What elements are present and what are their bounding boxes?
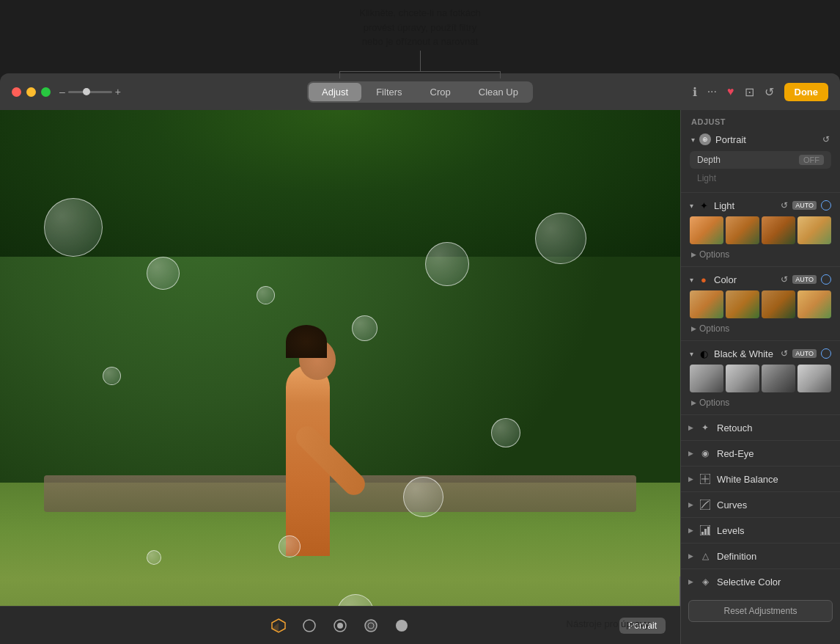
portrait-button[interactable]: Portrait xyxy=(619,618,666,634)
color-thumbs xyxy=(690,290,831,318)
svg-point-4 xyxy=(337,623,343,629)
retouch-section[interactable]: ▶ ✦ Retouch xyxy=(681,414,840,440)
color-options[interactable]: ▶ Options xyxy=(688,321,833,336)
redeye-section[interactable]: ▶ ◉ Red-Eye xyxy=(681,440,840,466)
reset-button[interactable]: Reset Adjustments xyxy=(688,600,833,622)
redeye-label: Red-Eye xyxy=(717,448,754,459)
svg-rect-12 xyxy=(704,529,707,535)
main-window: – + Adjust Filters Crop Clean Up ℹ ··· ♥… xyxy=(0,73,840,644)
bw-thumb-1[interactable] xyxy=(690,365,723,392)
bubble-8 xyxy=(279,535,301,557)
svg-rect-13 xyxy=(707,527,710,535)
light-thumb-4[interactable] xyxy=(797,216,831,244)
circle-icon-3[interactable] xyxy=(362,617,380,634)
color-circle-btn[interactable] xyxy=(821,274,831,285)
light-thumb-3[interactable] xyxy=(762,216,795,244)
curves-icon xyxy=(699,499,711,511)
bw-circle-btn[interactable] xyxy=(821,348,831,359)
levels-chevron: ▶ xyxy=(688,527,693,534)
bw-header[interactable]: ▾ ◐ Black & White ↺ AUTO xyxy=(688,345,833,362)
retouch-chevron: ▶ xyxy=(688,424,693,431)
selectivecolor-section[interactable]: ▶ ◈ Selective Color xyxy=(681,568,840,594)
color-chevron: ▾ xyxy=(690,276,693,284)
bubble-5 xyxy=(103,367,121,385)
color-thumb-4[interactable] xyxy=(797,290,831,318)
color-thumb-2[interactable] xyxy=(726,290,759,318)
bubble-4 xyxy=(425,242,469,286)
bubble-2 xyxy=(147,257,180,290)
levels-section[interactable]: ▶ Levels xyxy=(681,517,840,543)
color-auto-badge[interactable]: AUTO xyxy=(792,275,817,284)
bubble-7 xyxy=(403,477,443,517)
right-panel: ADJUST ▾ ⊕ Portrait ↺ Depth OFF Light ▾ xyxy=(680,110,840,644)
portrait-header[interactable]: ▾ ⊕ Portrait ↺ xyxy=(688,131,833,148)
definition-label: Definition xyxy=(717,551,756,562)
light-header[interactable]: ▾ ✦ Light ↺ AUTO xyxy=(688,197,833,213)
whitebalance-section[interactable]: ▶ White Balance xyxy=(681,466,840,491)
bw-thumb-2[interactable] xyxy=(726,365,759,392)
depth-off-badge: OFF xyxy=(799,155,824,165)
portrait-chevron: ▾ xyxy=(691,136,695,144)
color-header[interactable]: ▾ ● Color ↺ AUTO xyxy=(688,271,833,288)
selectivecolor-icon: ◈ xyxy=(699,576,711,588)
color-thumb-3[interactable] xyxy=(762,290,795,318)
color-icon: ● xyxy=(698,274,710,285)
bw-options-label: Options xyxy=(699,398,729,408)
whitebalance-label: White Balance xyxy=(717,474,778,485)
brightness-slider[interactable] xyxy=(68,91,112,93)
photo-girl-hair xyxy=(286,325,327,358)
retouch-label: Retouch xyxy=(717,422,752,433)
bw-label: Black & White xyxy=(714,348,776,359)
light-undo-icon[interactable]: ↺ xyxy=(781,200,788,211)
bw-thumb-4[interactable] xyxy=(797,365,831,392)
bubble-6 xyxy=(491,418,520,447)
fullscreen-button[interactable] xyxy=(41,87,51,97)
minimize-button[interactable] xyxy=(26,87,36,97)
bw-icon: ◐ xyxy=(698,348,710,359)
redeye-chevron: ▶ xyxy=(688,450,693,457)
bw-thumbs xyxy=(690,365,831,392)
color-undo-icon[interactable]: ↺ xyxy=(781,274,788,285)
traffic-lights xyxy=(12,87,51,97)
definition-chevron: ▶ xyxy=(688,552,693,560)
bubble-12 xyxy=(257,286,275,304)
bw-thumb-3[interactable] xyxy=(762,365,795,392)
tooltip-connector-line xyxy=(420,51,421,71)
retouch-icon: ✦ xyxy=(699,422,711,433)
depth-label: Depth xyxy=(697,155,799,165)
definition-section[interactable]: ▶ △ Definition xyxy=(681,543,840,568)
selectivecolor-label: Selective Color xyxy=(717,577,781,588)
bw-options[interactable]: ▶ Options xyxy=(688,395,833,410)
light-thumb-1[interactable] xyxy=(690,216,723,244)
bw-auto-badge[interactable]: AUTO xyxy=(792,349,817,358)
circle-icon-4[interactable] xyxy=(393,617,410,634)
portrait-label: Portrait xyxy=(715,134,818,145)
light-options-chevron: ▶ xyxy=(691,251,696,258)
light-label: Light xyxy=(714,200,776,211)
cube-icon[interactable] xyxy=(270,617,287,634)
selectivecolor-chevron: ▶ xyxy=(688,578,693,585)
color-options-chevron: ▶ xyxy=(691,325,696,332)
svg-point-7 xyxy=(396,620,408,632)
light-auto-badge[interactable]: AUTO xyxy=(792,201,817,210)
depth-row: Depth OFF xyxy=(690,151,831,169)
circle-icon-2[interactable] xyxy=(331,617,349,634)
close-button[interactable] xyxy=(12,87,21,97)
curves-section[interactable]: ▶ Curves xyxy=(681,491,840,517)
bw-section: ▾ ◐ Black & White ↺ AUTO ▶ Options xyxy=(681,340,840,414)
circle-icon-1[interactable] xyxy=(301,617,318,634)
color-thumb-1[interactable] xyxy=(690,290,723,318)
light-sub-label: Light xyxy=(688,172,833,188)
light-options[interactable]: ▶ Options xyxy=(688,247,833,262)
panel-title: ADJUST xyxy=(681,110,840,131)
photo-placeholder xyxy=(0,110,680,644)
light-thumb-2[interactable] xyxy=(726,216,759,244)
bubble-9 xyxy=(535,213,586,264)
bw-undo-icon[interactable]: ↺ xyxy=(781,348,788,359)
whitebalance-chevron: ▶ xyxy=(688,475,693,483)
light-thumbs xyxy=(690,216,831,244)
portrait-undo-icon[interactable]: ↺ xyxy=(822,134,830,144)
tooltip-area: Klikněte, chcete-li na fotkách provést ú… xyxy=(0,0,840,88)
bw-options-chevron: ▶ xyxy=(691,399,696,406)
light-circle-btn[interactable] xyxy=(821,200,831,211)
